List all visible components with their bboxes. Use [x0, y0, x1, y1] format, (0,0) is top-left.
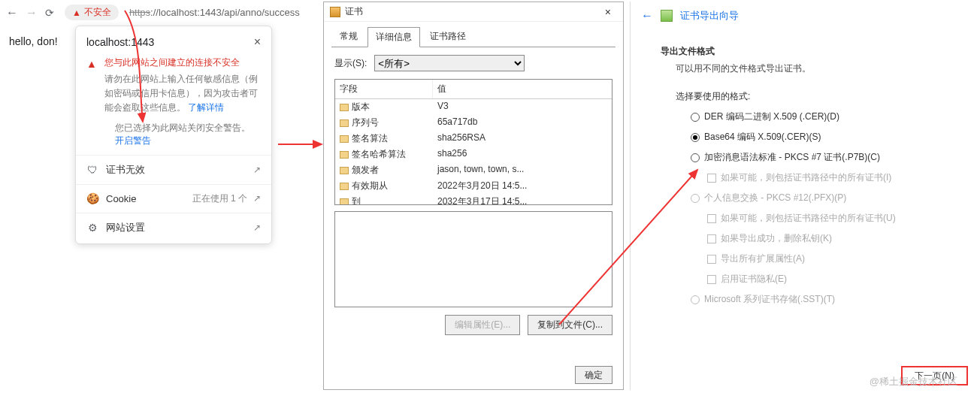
field-row[interactable]: 有效期从2022年3月20日 14:5... — [335, 178, 612, 194]
item-icon: ⚙ — [86, 222, 98, 234]
option-label: 加密消息语法标准 - PKCS #7 证书(.P7B)(C) — [704, 151, 880, 164]
site-info-card: localhost:1443 × ▲ 您与此网站之间建立的连接不安全 请勿在此网… — [75, 26, 272, 244]
checkbox-icon — [707, 234, 716, 243]
warning-chosen-row: 您已选择为此网站关闭安全警告。 开启警告 — [86, 122, 261, 147]
back-icon[interactable]: ← — [641, 9, 653, 23]
popout-icon: ↗ — [253, 222, 261, 233]
checkbox-icon — [707, 255, 716, 264]
field-row[interactable]: 签名算法sha256RSA — [335, 131, 612, 147]
format-checkbox: 启用证书隐私(E) — [707, 273, 948, 286]
radio-icon — [691, 194, 700, 203]
url-scheme: https — [129, 7, 150, 18]
field-icon — [340, 119, 349, 127]
warning-body-text: 请勿在此网站上输入任何敏感信息（例如密码或信用卡信息），因为攻击者可能会盗取这些… — [104, 74, 258, 113]
close-icon[interactable]: × — [599, 6, 617, 18]
option-label: Microsoft 系列证书存储(.SST)(T) — [704, 293, 835, 306]
item-label: 证书无效 — [106, 163, 145, 177]
show-label: 显示(S): — [334, 57, 367, 70]
radio-icon — [691, 295, 700, 304]
close-icon[interactable]: × — [254, 35, 261, 49]
cert-icon — [330, 7, 340, 17]
field-row[interactable]: 颁发者jason, town, town, s... — [335, 162, 612, 178]
field-name: 有效期从 — [352, 180, 388, 192]
format-prompt: 选择要使用的格式: — [676, 90, 948, 103]
option-label: 如果可能，则包括证书路径中的所有证书(I) — [721, 171, 891, 184]
field-icon — [340, 167, 349, 174]
tab-2[interactable]: 证书路径 — [422, 26, 474, 47]
back-icon[interactable]: ← — [6, 6, 18, 20]
option-label: Base64 编码 X.509(.CER)(S) — [704, 131, 821, 144]
option-label: 导出所有扩展属性(A) — [721, 252, 805, 265]
security-badge[interactable]: ▲ 不安全 — [65, 5, 119, 20]
option-label: 如果导出成功，删除私钥(K) — [721, 232, 832, 245]
col-value: 值 — [433, 80, 612, 98]
field-name: 签名哈希算法 — [352, 148, 406, 161]
format-checkbox: 导出所有扩展属性(A) — [707, 252, 948, 265]
field-row[interactable]: 序列号65a717db — [335, 115, 612, 131]
item-label: Cookie — [106, 193, 136, 204]
warning-body: 请勿在此网站上输入任何敏感信息（例如密码或信用卡信息），因为攻击者可能会盗取这些… — [104, 72, 261, 116]
format-checkbox: 如果可能，则包括证书路径中的所有证书(I) — [707, 171, 948, 184]
field-icon — [340, 135, 349, 143]
format-radio[interactable]: 加密消息语法标准 - PKCS #7 证书(.P7B)(C) — [691, 151, 948, 164]
card-item[interactable]: 🍪Cookie正在使用 1 个↗ — [76, 184, 271, 213]
insecure-label: 不安全 — [84, 6, 111, 19]
popout-icon: ↗ — [253, 193, 261, 204]
fields-grid[interactable]: 字段 值 版本V3序列号65a717db签名算法sha256RSA签名哈希算法s… — [334, 79, 612, 205]
field-name: 序列号 — [352, 116, 379, 129]
section-title: 导出文件格式 — [661, 45, 948, 58]
field-row[interactable]: 版本V3 — [335, 99, 612, 115]
edit-properties-button: 编辑属性(E)... — [445, 315, 520, 335]
radio-icon — [691, 133, 700, 142]
popout-icon: ↗ — [253, 165, 261, 175]
field-name: 签名算法 — [352, 132, 388, 145]
field-value: 2022年3月20日 14:5... — [433, 178, 612, 194]
section-subtitle: 可以用不同的文件格式导出证书。 — [676, 62, 948, 75]
certificate-dialog: 证书 × 常规详细信息证书路径 显示(S): <所有> 字段 值 版本V3序列号… — [323, 2, 624, 390]
checkbox-icon — [707, 214, 716, 223]
field-name: 颁发者 — [352, 164, 379, 177]
ok-button[interactable]: 确定 — [575, 366, 612, 384]
field-name: 到 — [352, 195, 361, 205]
format-radio[interactable]: DER 编码二进制 X.509 (.CER)(D) — [691, 110, 948, 123]
field-row[interactable]: 签名哈希算法sha256 — [335, 147, 612, 162]
checkbox-icon — [707, 275, 716, 284]
field-value: sha256 — [433, 147, 612, 162]
url-text[interactable]: https://localhost:1443/api/anno/success — [126, 7, 300, 18]
copy-to-file-button[interactable]: 复制到文件(C)... — [528, 315, 612, 335]
format-radio: Microsoft 系列证书存储(.SST)(T) — [691, 293, 948, 306]
format-radio[interactable]: Base64 编码 X.509(.CER)(S) — [691, 131, 948, 144]
warning-triangle-icon: ▲ — [86, 58, 97, 116]
cert-tabs: 常规详细信息证书路径 — [324, 22, 623, 47]
site-host: localhost:1443 — [86, 36, 154, 48]
wizard-title: 证书导出向导 — [680, 9, 739, 23]
field-name: 版本 — [352, 101, 370, 113]
option-label: DER 编码二进制 X.509 (.CER)(D) — [704, 110, 839, 123]
field-value: sha256RSA — [433, 131, 612, 147]
watermark: @稀土掘金技术社区 — [870, 375, 957, 388]
field-value: jason, town, town, s... — [433, 162, 612, 178]
field-value: 2032年3月17日 14:5... — [433, 194, 612, 205]
option-label: 启用证书隐私(E) — [721, 273, 787, 286]
field-icon — [340, 183, 349, 190]
item-label: 网站设置 — [106, 221, 145, 234]
tab-0[interactable]: 常规 — [331, 26, 366, 47]
tab-1[interactable]: 详细信息 — [368, 27, 420, 47]
enable-warning-link[interactable]: 开启警告 — [115, 135, 151, 146]
field-icon — [340, 104, 349, 111]
card-item[interactable]: ⚙网站设置↗ — [76, 213, 271, 242]
card-item[interactable]: 🛡证书无效↗ — [76, 155, 271, 184]
show-select[interactable]: <所有> — [374, 55, 525, 71]
reload-icon[interactable]: ⟳ — [45, 7, 54, 19]
field-value: V3 — [433, 99, 612, 115]
format-radio: 个人信息交换 - PKCS #12(.PFX)(P) — [691, 192, 948, 204]
item-sub: 正在使用 1 个 — [192, 192, 247, 205]
checkbox-icon — [707, 174, 716, 183]
wizard-icon — [661, 10, 673, 22]
learn-more-link[interactable]: 了解详情 — [188, 102, 224, 113]
format-checkbox: 如果导出成功，删除私钥(K) — [707, 232, 948, 245]
cert-title: 证书 — [345, 5, 363, 18]
value-textbox[interactable] — [334, 211, 612, 307]
field-row[interactable]: 到2032年3月17日 14:5... — [335, 194, 612, 205]
warning-triangle-icon: ▲ — [72, 8, 81, 18]
